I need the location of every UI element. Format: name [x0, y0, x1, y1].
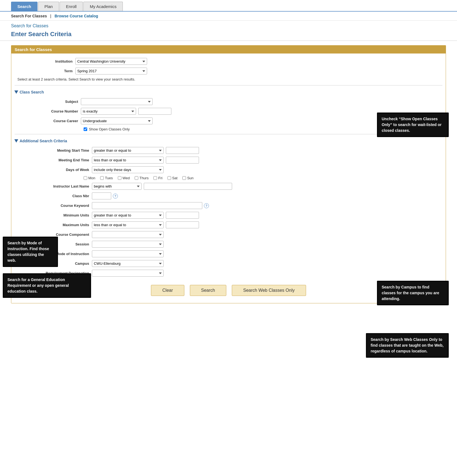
course-career-select[interactable]: Undergraduate — [81, 117, 153, 124]
instructor-last-name-label: Instructor Last Name — [20, 184, 92, 188]
tab-search[interactable]: Search — [11, 2, 38, 11]
search-for-classes-box: Search for Classes Institution Central W… — [11, 45, 446, 303]
breadcrumb-separator: | — [50, 14, 51, 18]
day-sat: Sat — [168, 176, 178, 180]
course-component-row: Course Component — [20, 231, 442, 238]
callout-requirement: Search for a General Education Requireme… — [3, 273, 91, 298]
instructor-last-name-input[interactable] — [144, 183, 232, 190]
subject-row: Subject — [20, 98, 442, 105]
instructor-last-name-row: Instructor Last Name begins with is exac… — [20, 183, 442, 190]
section-box-body: Institution Central Washington Universit… — [11, 54, 446, 303]
course-number-label: Course Number — [20, 109, 81, 113]
institution-row: Institution Central Washington Universit… — [15, 58, 442, 65]
mode-of-instruction-row: Mode of Instruction — [20, 250, 442, 257]
course-number-input[interactable] — [138, 108, 171, 115]
meeting-start-time-input[interactable] — [166, 147, 199, 154]
course-number-operator-select[interactable]: is exactly greater than or equal to less… — [81, 108, 136, 115]
additional-criteria-triangle-icon — [14, 139, 18, 143]
minimum-units-input[interactable] — [166, 212, 199, 219]
minimum-units-row: Minimum Units greater than or equal to l… — [20, 212, 442, 219]
meeting-end-time-row: Meeting End Time less than or equal to g… — [20, 157, 442, 164]
day-fri: Fri — [153, 176, 162, 180]
clear-button[interactable]: Clear — [151, 285, 184, 296]
subject-select[interactable] — [81, 98, 153, 105]
term-select[interactable]: Spring 2017 — [75, 68, 147, 74]
day-tues: Tues — [100, 176, 113, 180]
class-nbr-input[interactable] — [92, 192, 111, 199]
breadcrumb-current: Search For Classes — [11, 14, 47, 18]
browse-course-catalog-link[interactable]: Browse Course Catalog — [55, 14, 98, 18]
day-thurs-label: Thurs — [139, 176, 148, 180]
minimum-units-label: Minimum Units — [20, 213, 92, 217]
institution-select[interactable]: Central Washington University — [75, 58, 147, 65]
class-nbr-row: Class Nbr ? — [20, 192, 442, 199]
course-keyword-input[interactable] — [92, 202, 202, 209]
day-tues-checkbox[interactable] — [100, 176, 104, 180]
day-fri-checkbox[interactable] — [153, 176, 157, 180]
days-checkboxes-row: Mon Tues Wed Thurs — [84, 176, 442, 180]
requirement-designation-select[interactable] — [92, 270, 164, 277]
meeting-start-time-operator-select[interactable]: greater than or equal to less than or eq… — [92, 147, 164, 154]
tab-enroll[interactable]: Enroll — [60, 2, 83, 11]
day-thurs-checkbox[interactable] — [135, 176, 138, 180]
day-mon-label: Mon — [88, 176, 95, 180]
meeting-start-time-row: Meeting Start Time greater than or equal… — [20, 147, 442, 154]
term-row: Term Spring 2017 — [15, 68, 442, 74]
show-open-classes-checkbox[interactable] — [84, 127, 87, 131]
day-sun-label: Sun — [187, 176, 193, 180]
search-button[interactable]: Search — [190, 285, 227, 296]
maximum-units-operator-select[interactable]: less than or equal to greater than or eq… — [92, 221, 164, 228]
class-search-header[interactable]: Class Search — [15, 90, 442, 94]
additional-criteria-section: Meeting Start Time greater than or equal… — [20, 147, 442, 277]
session-select[interactable] — [92, 241, 164, 248]
day-mon: Mon — [84, 176, 95, 180]
additional-criteria-label: Additional Search Criteria — [20, 139, 67, 143]
campus-select[interactable]: CWU-Ellensburg — [92, 260, 164, 267]
maximum-units-row: Maximum Units less than or equal to grea… — [20, 221, 442, 228]
course-keyword-help-icon[interactable]: ? — [204, 203, 209, 208]
day-wed-checkbox[interactable] — [118, 176, 121, 180]
tab-plan[interactable]: Plan — [38, 2, 59, 11]
day-tues-label: Tues — [105, 176, 113, 180]
course-component-label: Course Component — [20, 232, 92, 237]
day-thurs: Thurs — [135, 176, 148, 180]
day-sat-label: Sat — [172, 176, 178, 180]
course-keyword-label: Course Keyword — [20, 204, 92, 208]
mode-of-instruction-select[interactable] — [92, 250, 164, 257]
day-sun-checkbox[interactable] — [182, 176, 186, 180]
term-label: Term — [15, 69, 75, 73]
institution-label: Institution — [15, 59, 75, 63]
day-wed-label: Wed — [123, 176, 130, 180]
callout-campus: Search by Campus to find classes for the… — [377, 281, 449, 305]
instructor-last-name-operator-select[interactable]: begins with is exactly — [92, 183, 142, 190]
meeting-end-time-input[interactable] — [166, 157, 199, 164]
tab-my-academics[interactable]: My Academics — [83, 2, 123, 11]
class-nbr-help-icon[interactable]: ? — [113, 194, 118, 199]
meeting-end-time-label: Meeting End Time — [20, 158, 92, 162]
subject-label: Subject — [20, 100, 81, 104]
hint-text: Select at least 2 search criteria. Selec… — [17, 77, 442, 81]
session-row: Session — [20, 241, 442, 248]
days-of-week-row: Days of Week include only these days — [20, 166, 442, 173]
day-mon-checkbox[interactable] — [84, 176, 87, 180]
callout-show-open-classes: Uncheck “Show Open Classes Only” to sear… — [377, 113, 449, 137]
days-of-week-operator-select[interactable]: include only these days — [92, 166, 164, 173]
course-component-select[interactable] — [92, 231, 164, 238]
days-of-week-label: Days of Week — [20, 168, 92, 172]
course-keyword-row: Course Keyword ? — [20, 202, 442, 209]
maximum-units-input[interactable] — [166, 221, 199, 228]
campus-row: Campus CWU-Ellensburg — [20, 260, 442, 267]
class-search-label: Class Search — [20, 90, 44, 94]
breadcrumb: Search For Classes | Browse Course Catal… — [0, 12, 457, 21]
additional-criteria-header[interactable]: Additional Search Criteria — [15, 139, 442, 143]
minimum-units-operator-select[interactable]: greater than or equal to less than or eq… — [92, 212, 164, 219]
main-content: Uncheck “Show Open Classes Only” to sear… — [0, 41, 457, 314]
page-subtitle: Enter Search Criteria — [0, 30, 457, 41]
day-sat-checkbox[interactable] — [168, 176, 171, 180]
maximum-units-label: Maximum Units — [20, 223, 92, 227]
class-search-triangle-icon — [14, 90, 18, 94]
day-wed: Wed — [118, 176, 130, 180]
search-web-button[interactable]: Search Web Classes Only — [232, 285, 306, 296]
meeting-end-time-operator-select[interactable]: less than or equal to greater than or eq… — [92, 157, 164, 164]
meeting-start-time-label: Meeting Start Time — [20, 148, 92, 153]
